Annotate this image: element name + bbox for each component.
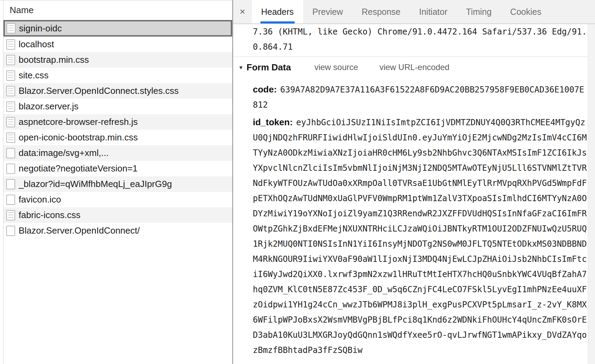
document-lines-icon: [6, 70, 15, 81]
document-icon: [6, 164, 15, 174]
field-key: id_token:: [253, 117, 296, 127]
table-row[interactable]: fabric-icons.css: [3, 207, 232, 223]
document-lines-icon: [6, 39, 15, 50]
request-name-label: bootstrap.min.css: [19, 55, 89, 65]
close-icon[interactable]: ×: [233, 0, 252, 23]
request-rows: signin-oidc localhost bootstrap.min.css …: [3, 20, 232, 238]
document-lines-icon: [7, 23, 16, 33]
request-name-label: Blazor.Server.OpenIdConnect.styles.css: [19, 86, 179, 96]
tab-response[interactable]: Response: [352, 0, 410, 23]
network-request-list-panel: Name signin-oidc localhost bootstrap.min…: [0, 0, 232, 364]
table-row[interactable]: aspnetcore-browser-refresh.js: [3, 114, 232, 130]
request-name-label: localhost: [19, 39, 54, 50]
document-lines-icon: [6, 101, 15, 112]
headers-tab-content: 7.36 (KHTML, like Gecko) Chrome/91.0.447…: [233, 24, 595, 358]
name-column-label: Name: [10, 5, 33, 16]
request-name-label: fabric-icons.css: [19, 210, 80, 220]
section-separator: [233, 57, 595, 57]
field-key: code:: [253, 84, 280, 95]
table-row[interactable]: _blazor?id=qWiMfhbMeqLj_eaJIprG9g: [3, 176, 232, 192]
document-lines-icon: [6, 210, 15, 220]
tab-initiator[interactable]: Initiator: [410, 0, 457, 23]
tab-timing[interactable]: Timing: [457, 0, 501, 23]
form-data-field: code:639A7A82D9A7E37A116A3F61522A8F6D9AC…: [253, 82, 588, 112]
request-name-label: negotiate?negotiateVersion=1: [19, 163, 138, 174]
document-lines-icon: [6, 55, 15, 65]
collapse-triangle-icon[interactable]: ▼: [238, 65, 244, 70]
vertical-scrollbar[interactable]: [588, 24, 595, 364]
detail-tabs: Headers Preview Response Initiator Timin…: [252, 0, 551, 23]
table-row[interactable]: bootstrap.min.css: [3, 52, 232, 68]
view-url-encoded-link[interactable]: view URL-encoded: [379, 62, 449, 72]
request-name-label: open-iconic-bootstrap.min.css: [19, 132, 138, 143]
devtools-network-panel: Name signin-oidc localhost bootstrap.min…: [0, 0, 595, 364]
document-icon: [6, 179, 15, 189]
document-lines-icon: [6, 86, 15, 96]
document-lines-icon: [6, 117, 15, 127]
field-value: eyJhbGciOiJSUzI1NiIsImtpZCI6IjVDMTZDNUY4…: [253, 118, 587, 355]
form-data-title[interactable]: Form Data: [247, 62, 291, 73]
table-row[interactable]: localhost: [3, 37, 232, 52]
request-name-label: aspnetcore-browser-refresh.js: [19, 117, 138, 127]
request-name-label: Blazor.Server.OpenIdConnect/: [19, 225, 140, 236]
table-row[interactable]: site.css: [3, 68, 232, 83]
table-row[interactable]: data:image/svg+xml,...: [3, 145, 232, 161]
table-row[interactable]: blazor.server.js: [3, 99, 232, 114]
document-icon: [6, 226, 15, 236]
table-row[interactable]: signin-oidc: [3, 20, 232, 37]
document-icon: [6, 148, 15, 158]
table-row[interactable]: open-iconic-bootstrap.min.css: [3, 130, 232, 145]
tab-preview[interactable]: Preview: [303, 0, 353, 23]
detail-tabbar: × Headers Preview Response Initiator Tim…: [233, 0, 595, 24]
table-row[interactable]: favicon.ico: [3, 192, 232, 207]
table-row[interactable]: Blazor.Server.OpenIdConnect.styles.css: [3, 83, 232, 99]
tab-cookies[interactable]: Cookies: [501, 0, 551, 23]
form-data-fields: code:639A7A82D9A7E37A116A3F61522A8F6D9AC…: [253, 82, 595, 358]
request-name-label: blazor.server.js: [19, 101, 78, 112]
view-source-link[interactable]: view source: [314, 62, 358, 72]
request-name-label: data:image/svg+xml,...: [19, 148, 109, 158]
table-row[interactable]: Blazor.Server.OpenIdConnect/: [3, 223, 232, 238]
form-data-section-header: ▼ Form Data view source view URL-encoded: [238, 60, 595, 74]
request-detail-panel: × Headers Preview Response Initiator Tim…: [233, 0, 595, 364]
request-name-label: site.css: [19, 70, 49, 81]
form-data-field: id_token:eyJhbGciOiJSUzI1NiIsImtpZCI6IjV…: [253, 115, 588, 358]
document-lines-icon: [6, 132, 15, 143]
request-name-label: favicon.ico: [19, 194, 61, 205]
name-column-header[interactable]: Name: [3, 0, 232, 20]
tab-headers[interactable]: Headers: [252, 0, 303, 23]
table-row[interactable]: negotiate?negotiateVersion=1: [3, 161, 232, 176]
request-name-label: _blazor?id=qWiMfhbMeqLj_eaJIprG9g: [19, 179, 172, 189]
document-icon: [6, 195, 15, 205]
field-value: 639A7A82D9A7E37A116A3F61522A8F6D9AC20BB2…: [253, 85, 584, 110]
user-agent-value-tail: 7.36 (KHTML, like Gecko) Chrome/91.0.447…: [253, 24, 588, 55]
request-name-label: signin-oidc: [19, 23, 62, 34]
list-left-border: [3, 0, 3, 364]
